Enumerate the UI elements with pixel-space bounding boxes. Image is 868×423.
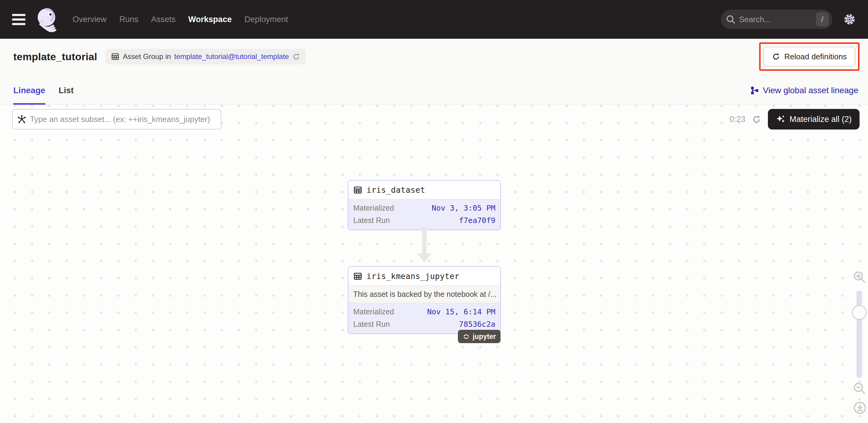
asset-description: This asset is backed by the notebook at … <box>348 285 500 303</box>
zoom-in-icon[interactable] <box>852 270 866 284</box>
lineage-graph-icon <box>750 86 760 95</box>
table-icon <box>353 272 362 281</box>
highlight-annotation-box: Reload definitions <box>759 42 860 71</box>
asset-group-link[interactable]: template_tutorial@tutorial_template <box>174 52 289 61</box>
latest-run-label: Latest Run <box>353 216 390 225</box>
nav-workspace[interactable]: Workspace <box>188 15 232 24</box>
refresh-timer: 0:23 <box>730 115 745 124</box>
latest-run-id[interactable]: f7ea70f9 <box>459 216 495 225</box>
op-selector-icon <box>17 114 27 124</box>
search-shortcut-badge: / <box>816 12 829 26</box>
kind-tag-jupyter[interactable]: jupyter <box>458 330 500 343</box>
reload-definitions-button[interactable]: Reload definitions <box>763 47 855 66</box>
tab-list[interactable]: List <box>59 76 74 104</box>
nav-deployment[interactable]: Deployment <box>244 15 288 24</box>
main-nav: Overview Runs Assets Workspace Deploymen… <box>72 15 288 24</box>
asset-node-stats: Materialized Nov 15, 6:14 PM Latest Run … <box>348 303 500 333</box>
lineage-graph-canvas[interactable]: 0:23 Materialize all (2) <box>0 105 868 423</box>
gear-icon[interactable] <box>843 13 856 26</box>
asset-group-icon <box>111 52 120 61</box>
materialized-timestamp[interactable]: Nov 15, 6:14 PM <box>427 307 495 316</box>
sparkles-icon <box>776 114 785 124</box>
latest-run-label: Latest Run <box>353 320 390 329</box>
nav-overview[interactable]: Overview <box>72 15 107 24</box>
asset-node-iris-dataset[interactable]: iris_dataset Materialized Nov 3, 3:05 PM… <box>348 180 501 230</box>
page-title: template_tutorial <box>13 51 97 63</box>
asset-group-prefix: Asset Group in <box>123 52 171 61</box>
materialized-timestamp[interactable]: Nov 3, 3:05 PM <box>432 204 495 212</box>
asset-node-iris-kmeans-jupyter[interactable]: iris_kmeans_jupyter This asset is backed… <box>348 266 501 334</box>
zoom-slider-track[interactable] <box>857 291 862 378</box>
latest-run-id[interactable]: 78536c2a <box>459 320 495 329</box>
view-global-asset-lineage-link[interactable]: View global asset lineage <box>750 86 858 95</box>
dagster-app: Overview Runs Assets Workspace Deploymen… <box>0 0 868 423</box>
asset-subset-input[interactable] <box>30 115 217 124</box>
materialized-label: Materialized <box>353 204 394 212</box>
materialized-label: Materialized <box>353 307 394 316</box>
materialize-all-button[interactable]: Materialize all (2) <box>768 109 860 129</box>
nav-assets[interactable]: Assets <box>151 15 176 24</box>
page-header: template_tutorial Asset Group in templat… <box>0 39 868 74</box>
search-icon <box>725 14 736 25</box>
asset-node-header: iris_dataset <box>348 181 500 200</box>
asset-node-stats: Materialized Nov 3, 3:05 PM Latest Run f… <box>348 200 500 230</box>
download-image-icon[interactable] <box>853 401 867 415</box>
asset-group-tag: Asset Group in template_tutorial@tutoria… <box>105 49 306 64</box>
tabs-bar: Lineage List View global asset lineage <box>0 74 868 105</box>
asset-node-header: iris_kmeans_jupyter <box>348 267 500 285</box>
refresh-graph-icon[interactable] <box>752 115 761 124</box>
tab-lineage[interactable]: Lineage <box>13 76 45 104</box>
graph-toolbar-right: 0:23 Materialize all (2) <box>730 109 860 129</box>
zoom-out-icon[interactable] <box>852 381 866 395</box>
dagster-logo-icon[interactable] <box>34 6 61 33</box>
jupyter-icon <box>462 333 470 340</box>
reload-icon <box>772 52 780 61</box>
asset-name: iris_dataset <box>367 185 425 194</box>
lineage-edge-arrow <box>422 227 427 253</box>
top-navbar: Overview Runs Assets Workspace Deploymen… <box>0 0 868 39</box>
search-input[interactable] <box>736 15 816 24</box>
asset-subset-filter[interactable] <box>12 109 221 129</box>
asset-name: iris_kmeans_jupyter <box>367 272 459 281</box>
nav-runs[interactable]: Runs <box>120 15 138 24</box>
zoom-slider-thumb[interactable] <box>852 305 867 320</box>
global-search[interactable]: / <box>721 10 832 29</box>
menu-icon[interactable] <box>12 14 25 25</box>
table-icon <box>353 185 362 194</box>
refresh-icon[interactable] <box>292 53 300 61</box>
